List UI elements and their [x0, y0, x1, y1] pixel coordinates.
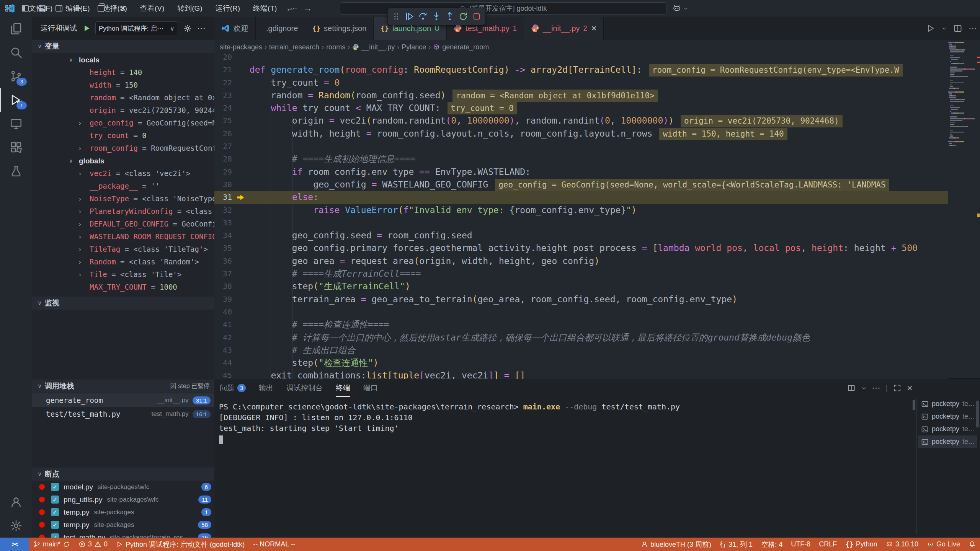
- minimap[interactable]: [948, 40, 977, 378]
- stack-frame[interactable]: test/test_math.pytest_math.py16:1: [32, 407, 214, 421]
- maximize-panel-icon[interactable]: [893, 384, 902, 392]
- eol-item[interactable]: CRLF: [815, 538, 841, 551]
- code-editor[interactable]: 2021def generate_room(room_config: RoomR…: [214, 54, 948, 379]
- step-into-icon[interactable]: [431, 11, 441, 21]
- variables-group[interactable]: ∨globals: [32, 155, 214, 167]
- restart-icon[interactable]: [458, 11, 468, 21]
- menu-item[interactable]: 转到(G): [171, 0, 209, 17]
- code-line[interactable]: 34 geo_config.seed = room_config.seed: [214, 229, 948, 242]
- variable-row[interactable]: ›room_config = RoomRequestConfig(env_t…: [32, 142, 215, 155]
- code-line[interactable]: 44 step("检查连通性"): [214, 357, 948, 369]
- menu-item[interactable]: 运行(R): [209, 0, 247, 17]
- step-out-icon[interactable]: [445, 11, 455, 21]
- run-python-icon[interactable]: [926, 24, 935, 33]
- gitlens-blame-item[interactable]: blueloveTH (3 周前): [637, 538, 715, 551]
- breadcrumb-item[interactable]: rooms: [326, 43, 345, 51]
- code-line[interactable]: 35 geo_config.primary_forces.geothermal_…: [214, 242, 948, 254]
- panel-tab-端口[interactable]: 端口: [363, 379, 378, 397]
- code-line[interactable]: 42 # 计算每一个出口的中心，然后使用astar生成路径，确保每一个出口组合都…: [214, 331, 948, 344]
- breadcrumb-item[interactable]: Pylance: [402, 43, 426, 51]
- activity-item-run-debug[interactable]: 1: [0, 88, 32, 112]
- cursor-position-item[interactable]: 行 31, 列 1: [715, 538, 757, 551]
- variable-row[interactable]: width = 150: [32, 79, 215, 91]
- activity-item-explorer[interactable]: [0, 17, 32, 41]
- debug-config-select[interactable]: Python 调试程序: 启⋯ ∨: [95, 21, 178, 35]
- section-variables[interactable]: ∨变量: [32, 40, 214, 53]
- code-line[interactable]: 40: [214, 306, 948, 318]
- breakpoint-row[interactable]: ✓png_utils.pysite-packages\wfc11: [32, 493, 214, 506]
- menu-item[interactable]: 查看(V): [134, 0, 171, 17]
- variable-row[interactable]: ›Tile = <class 'Tile'>: [32, 268, 215, 281]
- code-line[interactable]: 31 else:: [214, 191, 948, 204]
- variable-row[interactable]: random = <Random object at 0x1bf9d01e…: [32, 91, 215, 104]
- panel-tab-终端[interactable]: 终端: [336, 379, 350, 397]
- variable-row[interactable]: ›DEFAULT_GEO_CONFIG = GeoConfig(seed=1…: [32, 218, 215, 230]
- encoding-item[interactable]: UTF-8: [787, 538, 815, 551]
- breadcrumb[interactable]: site-packages›terrain_research›rooms›__i…: [214, 40, 980, 54]
- code-line[interactable]: 45 exit_combinations:list[tuple[vec2i, v…: [214, 369, 948, 379]
- notifications-bell[interactable]: [964, 538, 980, 551]
- tab-__init__.py[interactable]: __init__.py2×: [524, 17, 604, 40]
- variable-row[interactable]: MAX_TRY_COUNT = 1000: [32, 281, 215, 293]
- breakpoint-checkbox[interactable]: ✓: [51, 496, 59, 504]
- code-line[interactable]: 20: [214, 54, 948, 64]
- code-line[interactable]: 29 if room_config.env_type == EnvType.WA…: [214, 166, 948, 178]
- stop-icon[interactable]: [472, 11, 482, 21]
- close-icon[interactable]: ×: [591, 23, 596, 34]
- copilot-menu[interactable]: [672, 0, 688, 17]
- panel-tab-输出[interactable]: 输出: [259, 379, 273, 397]
- section-breakpoints[interactable]: ∨断点: [32, 468, 214, 481]
- more-actions-icon[interactable]: ···: [197, 23, 206, 33]
- terminal-session[interactable]: pocketpyte…: [918, 410, 977, 423]
- code-line[interactable]: 36 geo_area = request_area(origin, width…: [214, 255, 948, 267]
- problems-item[interactable]: 3 0: [74, 538, 112, 551]
- start-debug-icon[interactable]: [82, 24, 91, 33]
- variable-row[interactable]: ›Random = <class 'Random'>: [32, 256, 215, 268]
- continue-icon[interactable]: [405, 11, 415, 21]
- activity-item-account[interactable]: [0, 490, 32, 514]
- breadcrumb-item[interactable]: site-packages: [220, 43, 262, 51]
- code-line[interactable]: 32 raise ValueError(f"Invalid env type: …: [214, 204, 948, 217]
- breakpoint-checkbox[interactable]: ✓: [51, 508, 59, 516]
- section-watch[interactable]: ∨监视: [32, 297, 214, 310]
- variable-row[interactable]: origin = vec2i(7205730, 9024468): [32, 104, 215, 117]
- activity-item-search[interactable]: [0, 41, 32, 64]
- code-line[interactable]: 37 # ====生成TerrainCell====: [214, 267, 948, 280]
- git-branch-item[interactable]: main*: [29, 538, 74, 551]
- indentation-item[interactable]: 空格: 4: [757, 538, 787, 551]
- variable-row[interactable]: ›PlanetaryWindConfig = <class 'Planeta…: [32, 205, 215, 218]
- code-line[interactable]: 26 width, height = room_config.layout.n_…: [214, 127, 948, 140]
- breakpoint-row[interactable]: ✓temp.pysite-packages1: [32, 506, 214, 518]
- code-line[interactable]: 30 geo_config = WASTELAND_GEO_CONFIGgeo_…: [214, 178, 948, 191]
- nav-back-icon[interactable]: ←: [286, 3, 294, 13]
- code-line[interactable]: 33: [214, 217, 948, 229]
- breadcrumb-item[interactable]: terrain_research: [269, 43, 319, 51]
- language-mode-item[interactable]: {} Python: [841, 538, 882, 551]
- breakpoint-row[interactable]: ✓test_math.pysite-packages\terrain_res…1…: [32, 531, 214, 538]
- split-editor-icon[interactable]: [953, 24, 962, 33]
- tab-settings.json[interactable]: {}settings.json: [305, 17, 374, 40]
- breakpoint-checkbox[interactable]: ✓: [51, 483, 59, 491]
- tab-.gdignore[interactable]: .gdignore: [256, 17, 305, 40]
- menu-item[interactable]: 文件(F): [22, 0, 59, 17]
- variables-group[interactable]: ∨locals: [32, 54, 214, 66]
- terminal-session[interactable]: pocketpyte…: [918, 398, 977, 410]
- step-over-icon[interactable]: [418, 11, 428, 21]
- code-line[interactable]: 39 terrain_area = geo_area_to_terrain(ge…: [214, 293, 948, 306]
- scrollbar-thumb[interactable]: [976, 401, 979, 427]
- code-line[interactable]: 21def generate_room(room_config: RoomReq…: [214, 64, 948, 76]
- breadcrumb-item[interactable]: __init__.py: [361, 43, 395, 51]
- stack-frame[interactable]: generate_room__init__.py31:1: [32, 393, 214, 407]
- chevron-down-icon[interactable]: [941, 26, 947, 31]
- variable-row[interactable]: ›geo_config = GeoConfig(seed=None, wor…: [32, 117, 215, 129]
- remote-indicator[interactable]: ><: [0, 538, 29, 551]
- breadcrumb-item[interactable]: generate_room: [442, 43, 489, 51]
- code-line[interactable]: 41 # ====检查连通性====: [214, 318, 948, 331]
- breakpoint-checkbox[interactable]: ✓: [51, 533, 59, 538]
- terminal-session[interactable]: pocketpyte…: [918, 435, 977, 448]
- go-live-item[interactable]: Go Live: [923, 538, 964, 551]
- variable-row[interactable]: height = 140: [32, 66, 215, 79]
- more-actions-icon[interactable]: ⋯: [969, 23, 977, 33]
- code-line[interactable]: 23 random = Random(room_config.seed)rand…: [214, 89, 948, 102]
- code-line[interactable]: 28 # ====生成初始地理信息====: [214, 153, 948, 165]
